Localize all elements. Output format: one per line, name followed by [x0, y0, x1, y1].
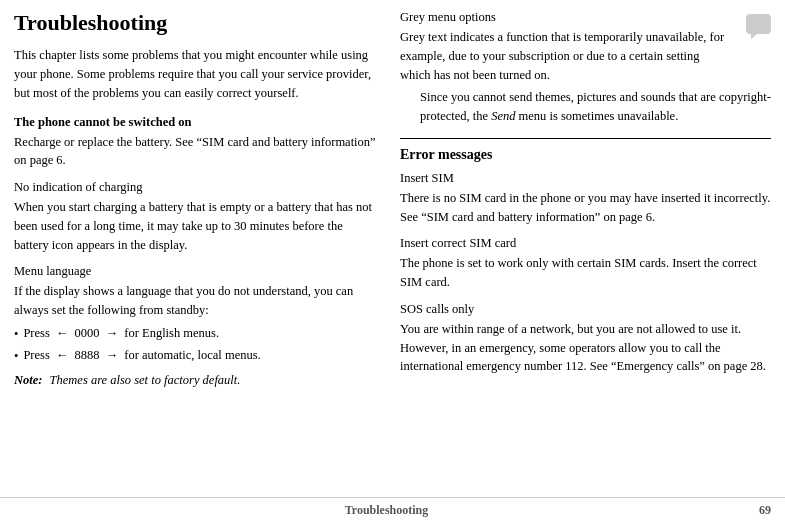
bullet-text-8888: Press ← 8888 → for automatic, local menu…	[23, 346, 260, 365]
note-paragraph: Note: Themes are also set to factory def…	[14, 371, 376, 390]
section-no-charging-body: When you start charging a battery that i…	[14, 198, 376, 254]
code-8888: 8888	[75, 348, 100, 362]
suffix-8888: for automatic, local menus.	[124, 348, 260, 362]
insert-sim-body: There is no SIM card in the phone or you…	[400, 189, 771, 227]
section-phone-cannot-switch-heading: The phone cannot be switched on	[14, 115, 376, 130]
note-label: Note:	[14, 373, 42, 387]
insert-sim-heading: Insert SIM	[400, 171, 771, 186]
grey-menu-options-body1: Grey text indicates a function that is t…	[400, 28, 733, 84]
section-no-charging-heading: No indication of charging	[14, 180, 376, 195]
intro-paragraph: This chapter lists some problems that yo…	[14, 46, 376, 102]
page-title: Troubleshooting	[14, 10, 376, 36]
error-messages-heading: Error messages	[400, 147, 771, 163]
sos-calls-heading: SOS calls only	[400, 302, 771, 317]
code-0000: 0000	[75, 326, 100, 340]
insert-correct-sim-heading: Insert correct SIM card	[400, 236, 771, 251]
section-menu-language-body: If the display shows a language that you…	[14, 282, 376, 320]
bullet-item-8888: • Press ← 8888 → for automatic, local me…	[14, 346, 376, 366]
footer-bar: Troubleshooting 69	[0, 497, 785, 523]
divider	[400, 138, 771, 139]
footer-page-number: 69	[759, 503, 771, 518]
section-menu-language-heading: Menu language	[14, 264, 376, 279]
grey-menu-options-title: Grey menu options	[400, 10, 733, 25]
sos-calls-body: You are within range of a network, but y…	[400, 320, 771, 376]
grey-menu-options-body2: Since you cannot send themes, pictures a…	[400, 88, 771, 126]
send-italic: Send	[491, 109, 515, 123]
section-phone-cannot-switch-body: Recharge or replace the battery. See “SI…	[14, 133, 376, 171]
bullet-text-0000: Press ← 0000 → for English menus.	[23, 324, 219, 343]
right-arrow-0000: →	[106, 324, 119, 343]
bullet-dot: •	[14, 325, 18, 344]
insert-correct-sim-body: The phone is set to work only with certa…	[400, 254, 771, 292]
left-arrow-8888: ←	[56, 346, 69, 365]
right-arrow-8888: →	[106, 346, 119, 365]
grey-menu-icon	[741, 10, 771, 40]
note-body: Themes are also set to factory default.	[50, 373, 241, 387]
grey-menu-options-section: Grey menu options Grey text indicates a …	[400, 10, 771, 84]
bullet-item-0000: • Press ← 0000 → for English menus.	[14, 324, 376, 344]
suffix-0000: for English menus.	[124, 326, 219, 340]
left-arrow-0000: ←	[56, 324, 69, 343]
bullet-dot-2: •	[14, 347, 18, 366]
footer-center-label: Troubleshooting	[345, 503, 429, 518]
